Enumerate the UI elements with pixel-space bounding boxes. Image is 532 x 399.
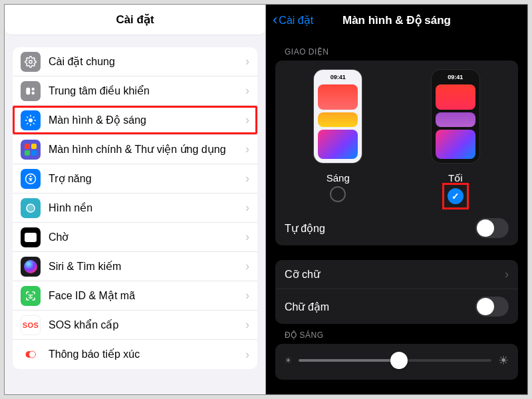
settings-row-accessibility[interactable]: Trợ năng ›: [13, 164, 257, 194]
svg-point-17: [32, 295, 33, 295]
settings-list-panel: Cài đặt Cài đặt chung › Trung tâm điều k…: [5, 5, 266, 394]
chevron-right-icon: ›: [245, 318, 249, 332]
text-size-row[interactable]: Cỡ chữ ›: [275, 260, 518, 289]
brightness-slider-row: ☀︎ ☀︎: [275, 344, 518, 380]
appearance-dark-radio[interactable]: [448, 188, 464, 204]
settings-title: Cài đặt: [5, 5, 265, 35]
faceid-icon: [21, 286, 41, 306]
settings-group: Cài đặt chung › Trung tâm điều khiển › M…: [13, 47, 257, 369]
svg-point-3: [32, 91, 35, 94]
chevron-right-icon: ›: [245, 348, 249, 362]
svg-line-12: [33, 116, 34, 117]
settings-row-standby[interactable]: Chờ ›: [13, 223, 257, 252]
appearance-previews: 09:41 Sáng 09:41 Tối: [275, 61, 518, 211]
settings-row-exposure[interactable]: Thông báo tiếp xúc ›: [13, 340, 257, 369]
back-label: Cài đặt: [279, 14, 313, 27]
settings-row-control-center[interactable]: Trung tâm điều khiển ›: [13, 76, 257, 106]
brightness-group: ☀︎ ☀︎: [275, 344, 518, 380]
svg-line-7: [27, 116, 28, 117]
row-label: Thông báo tiếp xúc: [49, 348, 245, 360]
settings-scroll[interactable]: Cài đặt chung › Trung tâm điều khiển › M…: [5, 35, 265, 394]
row-label: Chờ: [49, 231, 245, 243]
back-button[interactable]: ‹ Cài đặt: [273, 13, 313, 27]
svg-point-14: [30, 175, 32, 177]
chevron-right-icon: ›: [245, 201, 249, 215]
settings-row-wallpaper[interactable]: Hình nền ›: [13, 194, 257, 223]
text-group: Cỡ chữ › Chữ đậm: [275, 260, 518, 324]
sun-dim-icon: ☀︎: [285, 356, 292, 365]
sos-icon: SOS: [21, 315, 41, 335]
appearance-option-light[interactable]: 09:41 Sáng: [284, 70, 392, 205]
row-label: SOS khẩn cấp: [49, 319, 245, 331]
row-label: Face ID & Mật mã: [49, 289, 245, 302]
chevron-right-icon: ›: [245, 289, 249, 303]
text-size-label: Cỡ chữ: [285, 268, 320, 281]
settings-row-general[interactable]: Cài đặt chung ›: [13, 47, 257, 76]
row-label: Hình nền: [49, 201, 245, 214]
chevron-right-icon: ›: [505, 267, 509, 281]
detail-header: ‹ Cài đặt Màn hình & Độ sáng: [266, 5, 527, 35]
svg-point-2: [32, 87, 35, 90]
siri-icon: [21, 257, 41, 277]
settings-row-display-brightness[interactable]: Màn hình & Độ sáng ›: [13, 106, 257, 135]
section-brightness-label: ĐỘ SÁNG: [266, 324, 527, 344]
automatic-toggle[interactable]: [475, 218, 509, 238]
svg-rect-1: [26, 87, 30, 94]
svg-point-4: [29, 118, 33, 122]
chevron-right-icon: ›: [245, 142, 249, 156]
exposure-icon: [21, 344, 41, 364]
chevron-right-icon: ›: [245, 172, 249, 186]
detail-scroll[interactable]: GIAO DIỆN 09:41 Sáng 09:41: [266, 35, 527, 394]
preview-dark-thumbnail: 09:41: [432, 70, 479, 163]
appearance-light-radio[interactable]: [330, 186, 346, 202]
sun-bright-icon: ☀︎: [498, 353, 509, 368]
row-label: Trung tâm điều khiển: [49, 84, 245, 97]
settings-row-siri[interactable]: Siri & Tìm kiếm ›: [13, 252, 257, 281]
appearance-light-label: Sáng: [327, 172, 350, 184]
standby-icon: [21, 227, 41, 247]
svg-line-11: [27, 123, 28, 124]
accessibility-icon: [21, 169, 41, 189]
chevron-left-icon: ‹: [273, 13, 277, 27]
bold-text-toggle[interactable]: [475, 297, 509, 317]
svg-point-19: [29, 351, 36, 358]
svg-point-0: [29, 60, 33, 63]
settings-row-faceid[interactable]: Face ID & Mật mã ›: [13, 281, 257, 311]
section-appearance-label: GIAO DIỆN: [266, 41, 527, 61]
chevron-right-icon: ›: [245, 84, 249, 98]
automatic-label: Tự động: [285, 222, 325, 235]
screenshot-frame: Cài đặt Cài đặt chung › Trung tâm điều k…: [4, 4, 528, 395]
chevron-right-icon: ›: [245, 55, 249, 68]
row-label: Màn hình & Độ sáng: [49, 114, 245, 126]
appearance-group: 09:41 Sáng 09:41 Tối: [275, 61, 518, 245]
chevron-right-icon: ›: [245, 259, 249, 273]
row-label: Màn hình chính & Thư viện ứng dụng: [49, 143, 245, 156]
automatic-row: Tự động: [275, 211, 518, 245]
svg-line-8: [33, 123, 34, 124]
row-label: Trợ năng: [49, 172, 245, 185]
brightness-icon: [21, 110, 41, 130]
settings-row-home-screen[interactable]: Màn hình chính & Thư viện ứng dụng ›: [13, 135, 257, 164]
row-label: Siri & Tìm kiếm: [49, 260, 245, 273]
wallpaper-icon: [21, 198, 41, 218]
row-label: Cài đặt chung: [49, 55, 245, 68]
gear-icon: [21, 52, 41, 72]
control-center-icon: [21, 81, 41, 101]
chevron-right-icon: ›: [245, 230, 249, 244]
appearance-option-dark[interactable]: 09:41 Tối: [402, 70, 509, 205]
bold-text-label: Chữ đậm: [285, 301, 329, 313]
home-grid-icon: [21, 140, 41, 160]
chevron-right-icon: ›: [245, 113, 249, 127]
preview-light-thumbnail: 09:41: [314, 70, 362, 163]
brightness-slider[interactable]: [299, 359, 491, 362]
bold-text-row: Chữ đậm: [275, 289, 518, 324]
settings-row-sos[interactable]: SOS SOS khẩn cấp ›: [13, 311, 257, 340]
display-brightness-panel: ‹ Cài đặt Màn hình & Độ sáng GIAO DIỆN 0…: [266, 5, 527, 394]
svg-point-16: [29, 295, 29, 295]
